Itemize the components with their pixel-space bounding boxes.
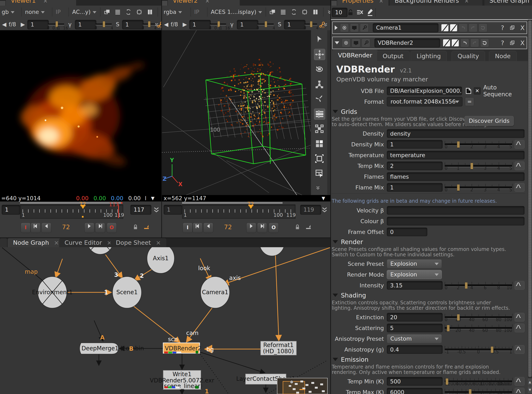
max-panels-field[interactable]: 10 bbox=[332, 8, 348, 17]
slider-handle[interactable] bbox=[457, 141, 460, 148]
chevron-double-down-icon[interactable] bbox=[323, 22, 328, 27]
prev-stop-button[interactable]: ◀ bbox=[2, 19, 7, 30]
slider-temp-mix[interactable]: 012345 bbox=[445, 161, 512, 170]
tab-scene-graph[interactable]: Scene Graph× bbox=[484, 0, 532, 5]
saturation-field[interactable]: 1 bbox=[284, 20, 305, 29]
slider-scattering[interactable]: 020406080100 bbox=[445, 324, 512, 332]
revert-icon[interactable] bbox=[479, 23, 487, 32]
slider-extinction[interactable]: 020406080100 bbox=[445, 313, 512, 321]
frame-selection-icon[interactable] bbox=[314, 153, 325, 164]
close-icon[interactable]: × bbox=[156, 239, 161, 246]
curve-editor-button[interactable] bbox=[515, 281, 525, 290]
channel-b-icon[interactable] bbox=[450, 24, 457, 31]
timeline-ruler[interactable]: 1 100 119 72 bbox=[182, 204, 296, 219]
field-scattering[interactable]: 5 bbox=[387, 324, 443, 332]
scroll-up-button[interactable]: ▲ bbox=[528, 378, 532, 386]
channel-b-icon[interactable] bbox=[452, 39, 459, 46]
field-density[interactable]: density bbox=[387, 129, 525, 138]
curve-editor-button[interactable] bbox=[515, 377, 525, 386]
undo-icon[interactable] bbox=[461, 38, 469, 47]
section-collapse-icon[interactable] bbox=[333, 240, 338, 244]
float-panel-icon[interactable] bbox=[509, 40, 515, 46]
timeline-start-field[interactable]: 1 bbox=[2, 205, 20, 215]
step-forward-keyframe-button[interactable] bbox=[95, 223, 105, 233]
field-anisotropy-g[interactable]: 0.4 bbox=[387, 345, 443, 354]
slider-track[interactable] bbox=[445, 187, 512, 189]
lock-range-icon[interactable] bbox=[132, 224, 139, 230]
frame-range-icon[interactable] bbox=[305, 224, 312, 230]
nodegraph-canvas[interactable]: Environment1 Scene1 Axis1 Camera1 DeepMe… bbox=[0, 247, 330, 394]
curve-editor-button[interactable] bbox=[515, 183, 525, 192]
slider-handle[interactable] bbox=[446, 378, 448, 385]
next-stop-button[interactable]: ▶ bbox=[21, 19, 26, 30]
section-grids[interactable]: Grids bbox=[331, 108, 527, 115]
slider-track[interactable] bbox=[445, 327, 512, 329]
mini-slider-handle[interactable] bbox=[264, 21, 267, 27]
layers-icon[interactable] bbox=[280, 9, 286, 15]
panel-menu-icon[interactable] bbox=[162, 1, 167, 5]
select-cursor-icon[interactable] bbox=[314, 34, 325, 45]
slider-temp-max[interactable]: 0200040006000800010000120001400016000 bbox=[445, 388, 512, 394]
tab-node-graph[interactable]: Node Graph× bbox=[8, 238, 64, 247]
refresh-icon[interactable] bbox=[125, 9, 132, 15]
tab-viewer2[interactable]: Viewer2 × bbox=[168, 0, 240, 5]
folder-icon[interactable] bbox=[465, 87, 472, 94]
overlay-icon[interactable] bbox=[269, 9, 275, 15]
field-temperature[interactable]: temperature bbox=[387, 151, 525, 159]
discover-grids-button[interactable]: Discover Grids bbox=[464, 116, 514, 126]
timeline-end-field[interactable]: 117 bbox=[130, 205, 152, 215]
prev-stop-button[interactable]: ◀ bbox=[164, 19, 169, 30]
gain-field[interactable]: 1 bbox=[189, 20, 211, 29]
tab-output[interactable]: Output bbox=[377, 51, 410, 61]
curve-editor-button[interactable] bbox=[515, 324, 525, 332]
gamma-field[interactable]: 1 bbox=[237, 20, 258, 29]
field-temp-max[interactable]: 6000 bbox=[387, 388, 443, 394]
overlay-icon[interactable] bbox=[104, 9, 110, 15]
field-temp-min[interactable]: 500 bbox=[387, 377, 443, 386]
revert-icon[interactable] bbox=[480, 38, 489, 47]
slider-density-mix[interactable]: 012345 bbox=[445, 140, 512, 149]
slider-handle[interactable] bbox=[470, 163, 473, 169]
curve-editor-button[interactable] bbox=[515, 388, 525, 394]
field-flame-mix[interactable]: 1 bbox=[387, 183, 443, 192]
slider-handle[interactable] bbox=[469, 389, 471, 394]
refresh-icon[interactable] bbox=[291, 9, 297, 15]
channel-a-icon[interactable] bbox=[441, 24, 448, 31]
lock-icon[interactable] bbox=[347, 9, 354, 16]
step-back-button[interactable] bbox=[203, 223, 213, 233]
scrollbar-thumb[interactable] bbox=[528, 21, 532, 377]
timeline-ruler[interactable]: 1 100 119 117 72 bbox=[20, 204, 123, 219]
undo-icon[interactable] bbox=[459, 23, 467, 32]
input-process-toggle[interactable]: IP bbox=[194, 5, 199, 18]
status-dropdown-icon[interactable]: ▼ bbox=[151, 195, 155, 202]
slider-track[interactable] bbox=[445, 316, 512, 319]
close-panel-button[interactable]: X bbox=[520, 24, 525, 31]
node-wrench-icon[interactable] bbox=[360, 23, 369, 32]
lock-range-icon[interactable] bbox=[294, 224, 300, 230]
curve-editor-button[interactable] bbox=[515, 140, 525, 149]
field-colour-beta[interactable] bbox=[387, 217, 525, 225]
next-stop-button[interactable]: ▶ bbox=[183, 19, 187, 30]
chevron-double-down-icon[interactable] bbox=[315, 185, 321, 191]
dropdown-format[interactable]: root.format 2048x1556 bbox=[387, 97, 462, 106]
stack-sliders-icon[interactable] bbox=[314, 109, 325, 120]
monitor-icon[interactable] bbox=[350, 23, 359, 32]
step-back-keyframe-button[interactable] bbox=[30, 223, 41, 233]
step-back-keyframe-button[interactable] bbox=[193, 223, 203, 233]
panel-menu-icon[interactable] bbox=[0, 1, 5, 5]
close-icon[interactable]: × bbox=[464, 0, 469, 4]
input-process-toggle[interactable]: IP bbox=[56, 5, 61, 18]
viewer-colorspace-select[interactable]: ACES 1....isplay) bbox=[211, 5, 262, 18]
expand-tree-icon[interactable] bbox=[314, 123, 325, 134]
dropdown-anisotropy-preset[interactable]: Custom bbox=[387, 334, 442, 343]
tab-lighting[interactable]: Lighting bbox=[410, 51, 447, 61]
section-shading[interactable]: Shading bbox=[331, 292, 527, 299]
node-wrench-icon[interactable] bbox=[362, 38, 370, 47]
slider-intensity[interactable]: 0246810 bbox=[445, 281, 512, 290]
saturation-field[interactable]: 1 bbox=[122, 20, 144, 29]
curve-editor-button[interactable] bbox=[515, 313, 525, 321]
field-vdb-file[interactable]: DB/AerialExplosion_0000.vdb bbox=[387, 87, 462, 95]
tab-quality[interactable]: Quality bbox=[451, 51, 485, 61]
slider-handle[interactable] bbox=[491, 346, 494, 353]
curve-editor-button[interactable] bbox=[515, 345, 525, 354]
